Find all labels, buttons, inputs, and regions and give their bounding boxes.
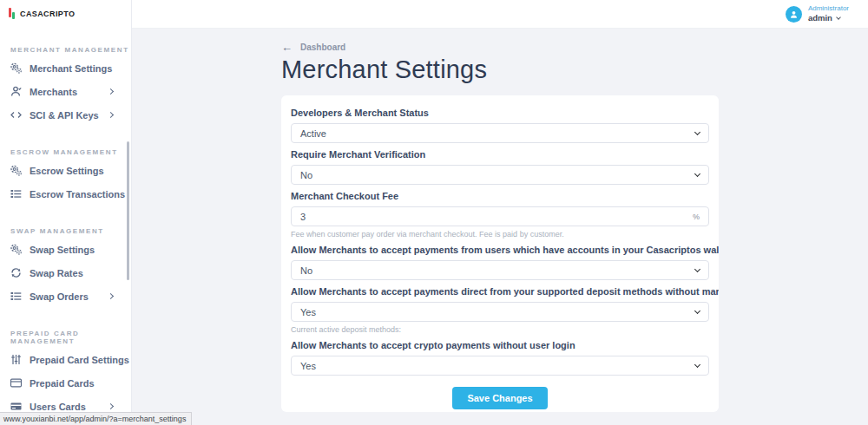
select-caret-icon [694, 128, 700, 134]
checkout-fee-control: % [291, 206, 709, 226]
sidebar-scrollbar[interactable] [127, 141, 129, 280]
page-title: Merchant Settings [281, 56, 719, 84]
sidebar-item-swap-rates[interactable]: Swap Rates [0, 261, 131, 284]
sidebar-item-prepaid-card-settings[interactable]: Prepaid Card Settings [0, 348, 131, 371]
sidebar-item-swap-settings[interactable]: Swap Settings [0, 238, 131, 261]
field-label: Allow Merchants to accept crypto payment… [291, 340, 709, 350]
sidebar-item-label: Prepaid Card Settings [30, 355, 129, 365]
sidebar-item-label: Prepaid Cards [30, 378, 95, 389]
field-group-merchant-status: Developers & Merchant Status Active [291, 108, 709, 143]
checkout-fee-input[interactable] [300, 207, 693, 226]
chevron-down-icon [836, 15, 841, 20]
user-name-label: admin [808, 13, 832, 23]
user-role: Administrator [808, 4, 849, 13]
sidebar-item-label: Swap Settings [30, 245, 95, 255]
crypto-no-login-select[interactable]: Yes [291, 356, 709, 376]
sidebar-item-sci-api-keys[interactable]: SCI & API Keys [0, 103, 131, 127]
merchant-status-select[interactable]: Active [291, 123, 709, 143]
sidebar: CASACRIPTO MERCHANT MANAGEMENT Merchant … [0, 0, 132, 425]
select-value: No [300, 265, 312, 276]
section-title: SWAP MANAGEMENT [0, 227, 131, 235]
sidebar-section-escrow-management: ESCROW MANAGEMENT Escrow Settings Escrow… [0, 148, 131, 206]
user-icon [10, 85, 23, 98]
direct-deposit-select[interactable]: Yes [291, 302, 709, 322]
field-label: Allow Merchants to accept payments direc… [291, 286, 709, 297]
field-label: Merchant Checkout Fee [291, 191, 709, 201]
select-value: No [300, 170, 312, 180]
logo-candlestick-icon [9, 8, 16, 20]
card-icon [10, 376, 23, 389]
field-label: Allow Merchants to accept payments from … [291, 245, 709, 255]
merchant-verification-select[interactable]: No [291, 165, 709, 185]
chevron-right-icon [108, 403, 114, 409]
refresh-icon [10, 266, 23, 279]
field-group-merchant-verification: Require Merchant Verification No [291, 149, 709, 185]
code-icon [10, 108, 23, 121]
select-caret-icon [694, 361, 700, 367]
helper-text: Fee when customer pay order via merchant… [291, 230, 709, 239]
wallet-payments-select[interactable]: No [291, 260, 709, 280]
sidebar-item-label: Swap Rates [30, 268, 83, 278]
chevron-right-icon [108, 293, 114, 299]
settings-card: Developers & Merchant Status Active Requ… [281, 95, 719, 412]
cogs-icon [10, 62, 23, 75]
list-icon [10, 290, 23, 303]
main-area: ← Dashboard Merchant Settings Developers… [132, 29, 868, 425]
sliders-icon [10, 353, 23, 366]
top-header: Administrator admin [132, 0, 868, 29]
sidebar-section-merchant-management: MERCHANT MANAGEMENT Merchant Settings Me… [0, 46, 131, 127]
sidebar-item-label: Swap Orders [30, 291, 89, 302]
back-label: Dashboard [300, 42, 345, 52]
sidebar-item-swap-orders[interactable]: Swap Orders [0, 284, 131, 308]
chevron-right-icon [108, 88, 114, 95]
select-caret-icon [694, 265, 700, 271]
field-label: Require Merchant Verification [291, 149, 709, 160]
section-title: PREPAID CARD MANAGEMENT [0, 330, 131, 345]
sidebar-item-label: Merchant Settings [30, 63, 112, 74]
sidebar-item-label: Users Cards [30, 402, 86, 412]
field-group-crypto-no-login: Allow Merchants to accept crypto payment… [291, 340, 709, 376]
field-group-direct-deposit-payments: Allow Merchants to accept payments direc… [291, 286, 709, 334]
sidebar-item-label: SCI & API Keys [30, 110, 99, 121]
cogs-icon [10, 164, 23, 177]
sidebar-item-label: Escrow Settings [30, 166, 104, 176]
percent-suffix: % [693, 212, 700, 221]
avatar[interactable] [786, 6, 802, 23]
cogs-icon [10, 243, 23, 256]
select-value: Yes [300, 307, 316, 317]
sidebar-item-escrow-settings[interactable]: Escrow Settings [0, 159, 131, 182]
sidebar-item-merchants[interactable]: Merchants [0, 80, 131, 103]
field-group-checkout-fee: Merchant Checkout Fee % Fee when custome… [291, 191, 709, 239]
logo-text: CASACRIPTO [20, 10, 75, 18]
sidebar-item-label: Merchants [30, 87, 77, 97]
select-value: Yes [300, 361, 316, 371]
sidebar-item-prepaid-cards[interactable]: Prepaid Cards [0, 371, 131, 395]
back-link[interactable]: ← Dashboard [281, 29, 719, 53]
browser-status-bar: www.youxianbi.net/app/admin/?a=merchant_… [0, 412, 192, 425]
select-caret-icon [694, 170, 700, 176]
helper-text: Current active deposit methods: [291, 325, 709, 334]
app-logo[interactable]: CASACRIPTO [0, 0, 131, 20]
back-arrow-icon: ← [281, 42, 293, 53]
section-title: ESCROW MANAGEMENT [0, 148, 131, 156]
sidebar-section-swap-management: SWAP MANAGEMENT Swap Settings Swap Rates… [0, 227, 131, 308]
list-icon [10, 187, 23, 200]
sidebar-item-escrow-transactions[interactable]: Escrow Transactions [0, 182, 131, 206]
select-value: Active [300, 128, 326, 139]
field-group-wallet-payments: Allow Merchants to accept payments from … [291, 245, 709, 280]
sidebar-item-merchant-settings[interactable]: Merchant Settings [0, 56, 131, 80]
save-changes-button[interactable]: Save Changes [452, 387, 547, 409]
select-caret-icon [694, 307, 700, 313]
user-meta: Administrator admin [808, 4, 849, 23]
chevron-right-icon [108, 112, 114, 118]
cards-icon [10, 400, 23, 413]
sidebar-section-prepaid-card-management: PREPAID CARD MANAGEMENT Prepaid Card Set… [0, 330, 131, 418]
section-title: MERCHANT MANAGEMENT [0, 46, 131, 54]
person-icon [789, 10, 799, 19]
user-menu[interactable]: admin [808, 13, 849, 23]
sidebar-item-label: Escrow Transactions [30, 189, 125, 199]
field-label: Developers & Merchant Status [291, 108, 709, 118]
